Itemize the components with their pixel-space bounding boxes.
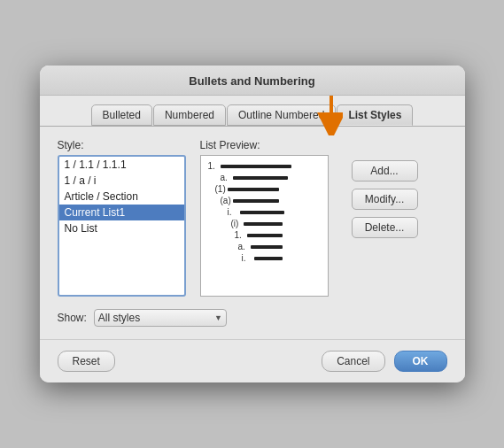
preview-line-4: (a) — [208, 196, 321, 205]
delete-button[interactable]: Delete... — [352, 217, 418, 238]
preview-label: List Preview: — [200, 139, 329, 151]
tab-outline-numbered[interactable]: Outline Numbered — [227, 104, 336, 126]
preview-line-6: (i) — [208, 219, 321, 228]
style-list[interactable]: 1 / 1.1 / 1.1.1 1 / a / i Article / Sect… — [58, 155, 186, 297]
style-label: Style: — [58, 139, 186, 151]
preview-panel: List Preview: 1. a. (1) (a) — [200, 139, 329, 297]
style-panel: Style: 1 / 1.1 / 1.1.1 1 / a / i Article… — [58, 139, 186, 297]
tab-bulleted[interactable]: Bulleted — [91, 104, 152, 126]
bottom-bar: Reset Cancel OK — [40, 339, 465, 382]
bottom-right-buttons: Cancel OK — [322, 351, 446, 372]
preview-line-5: i. — [208, 207, 321, 217]
show-select-wrapper: All styles Custom styles — [94, 309, 227, 327]
preview-line-1: 1. — [208, 161, 321, 171]
preview-line-2: a. — [208, 173, 321, 182]
list-item-3[interactable]: Article / Section — [59, 189, 184, 205]
tab-numbered[interactable]: Numbered — [153, 104, 226, 126]
preview-line-9: i. — [208, 253, 321, 263]
tab-bar: Bulleted Numbered Outline Numbered List … — [40, 96, 465, 126]
tab-list-styles[interactable]: List Styles — [337, 104, 413, 126]
list-item-2[interactable]: 1 / a / i — [59, 173, 184, 189]
list-item-4[interactable]: Current List1 — [59, 205, 184, 220]
add-button[interactable]: Add... — [352, 160, 418, 182]
preview-box: 1. a. (1) (a) — [200, 155, 329, 297]
buttons-panel: Add... Modify... Delete... — [352, 139, 418, 238]
preview-line-7: 1. — [208, 230, 321, 240]
ok-button[interactable]: OK — [394, 351, 447, 372]
show-row: Show: All styles Custom styles — [58, 309, 447, 327]
dialog-title: Bullets and Numbering — [40, 66, 465, 96]
list-item-5[interactable]: No List — [59, 220, 184, 236]
dialog: Bullets and Numbering Bulleted Numbered … — [40, 66, 465, 382]
cancel-button[interactable]: Cancel — [322, 351, 384, 372]
tab-content: Style: 1 / 1.1 / 1.1.1 1 / a / i Article… — [40, 126, 465, 339]
modify-button[interactable]: Modify... — [352, 189, 418, 210]
preview-line-3: (1) — [208, 184, 321, 194]
preview-line-8: a. — [208, 242, 321, 251]
show-select[interactable]: All styles Custom styles — [94, 309, 227, 327]
show-label: Show: — [58, 312, 87, 324]
reset-button[interactable]: Reset — [58, 351, 115, 372]
list-item-1[interactable]: 1 / 1.1 / 1.1.1 — [59, 157, 184, 173]
